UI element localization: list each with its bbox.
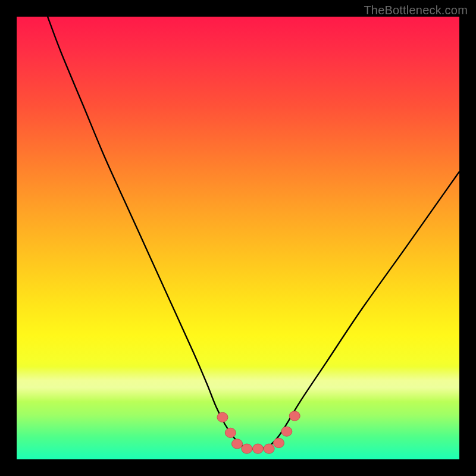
watermark-text: TheBottleneck.com (364, 4, 468, 17)
curve-markers (217, 411, 300, 453)
curve-marker (232, 439, 243, 449)
curve-layer (17, 17, 459, 459)
curve-marker (264, 444, 274, 453)
curve-marker (289, 411, 300, 421)
curve-marker (252, 444, 263, 453)
curve-marker (225, 428, 236, 437)
outer-frame: TheBottleneck.com (0, 0, 476, 476)
curve-marker (281, 427, 292, 436)
plot-area (17, 17, 459, 459)
curve-marker (242, 444, 252, 453)
curve-marker (217, 412, 228, 422)
bottleneck-curve (48, 17, 459, 449)
curve-marker (273, 438, 284, 447)
